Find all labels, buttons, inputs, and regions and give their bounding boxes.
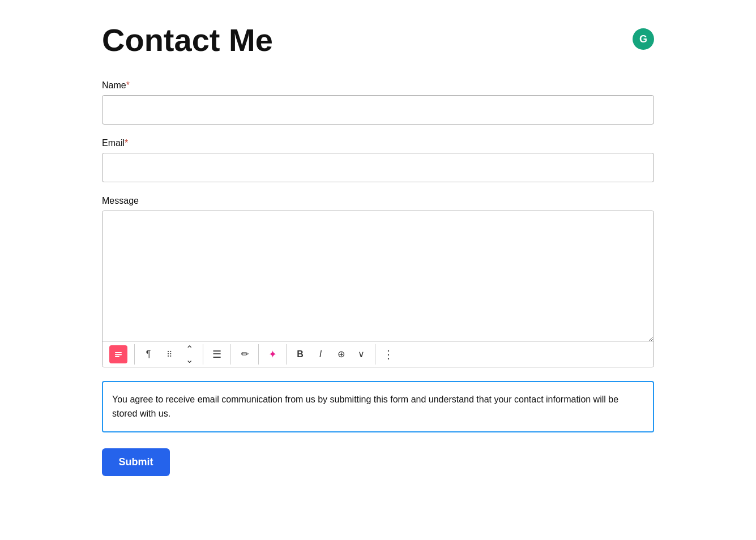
email-label: Email* bbox=[102, 138, 654, 148]
pin-button[interactable]: ✎ bbox=[234, 344, 255, 365]
svg-rect-0 bbox=[115, 352, 122, 353]
link-icon: ⊕ bbox=[338, 349, 345, 359]
pin-icon: ✎ bbox=[238, 348, 251, 361]
message-wrapper: ¶ ⠿ ⌃⌄ ☰ bbox=[102, 211, 654, 367]
italic-icon: I bbox=[319, 349, 322, 359]
link-button[interactable]: ⊕ bbox=[331, 344, 351, 365]
drag-button[interactable]: ⠿ bbox=[159, 344, 179, 365]
drag-icon: ⠿ bbox=[166, 350, 171, 359]
message-field-group: Message bbox=[102, 196, 654, 367]
email-input[interactable] bbox=[102, 153, 654, 182]
toolbar-align-section: ☰ bbox=[203, 344, 231, 365]
align-icon: ☰ bbox=[212, 348, 221, 361]
name-label: Name* bbox=[102, 80, 654, 91]
header-row: Contact Me G bbox=[102, 23, 654, 58]
email-required-star: * bbox=[125, 138, 128, 148]
svg-rect-2 bbox=[115, 356, 119, 357]
chevron-down-icon: ∨ bbox=[358, 349, 365, 359]
move-button[interactable]: ⌃⌄ bbox=[179, 344, 199, 365]
grammarly-avatar[interactable]: G bbox=[633, 28, 654, 50]
toolbar-pin-section: ✎ bbox=[231, 344, 259, 365]
toolbar-paragraph-section: ¶ ⠿ ⌃⌄ bbox=[135, 344, 203, 365]
page-title: Contact Me bbox=[102, 23, 273, 58]
disclosure-text: You agree to receive email communication… bbox=[112, 392, 644, 421]
move-icon: ⌃⌄ bbox=[186, 344, 193, 365]
contact-form: Name* Email* Message bbox=[102, 80, 654, 476]
disclosure-box: You agree to receive email communication… bbox=[102, 381, 654, 432]
name-input[interactable] bbox=[102, 95, 654, 125]
ai-button[interactable]: ✦ bbox=[262, 344, 283, 365]
grammarly-toolbar-icon[interactable] bbox=[109, 345, 127, 363]
toolbar-grammarly-section bbox=[102, 344, 135, 365]
toolbar-ai-section: ✦ bbox=[259, 344, 287, 365]
toolbar-format-section: B I ⊕ ∨ bbox=[287, 344, 375, 365]
svg-rect-1 bbox=[115, 354, 122, 355]
message-textarea[interactable] bbox=[102, 211, 654, 341]
message-toolbar: ¶ ⠿ ⌃⌄ ☰ bbox=[102, 341, 654, 367]
paragraph-button[interactable]: ¶ bbox=[138, 344, 159, 365]
bold-icon: B bbox=[297, 349, 304, 359]
bold-button[interactable]: B bbox=[290, 344, 310, 365]
submit-button[interactable]: Submit bbox=[102, 448, 170, 476]
italic-button[interactable]: I bbox=[310, 344, 331, 365]
sparkle-icon: ✦ bbox=[268, 348, 277, 361]
name-field-group: Name* bbox=[102, 80, 654, 125]
ellipsis-icon: ⋮ bbox=[383, 348, 395, 361]
more-format-button[interactable]: ∨ bbox=[351, 344, 371, 365]
name-required-star: * bbox=[126, 80, 130, 90]
more-options-button[interactable]: ⋮ bbox=[379, 344, 399, 365]
align-button[interactable]: ☰ bbox=[207, 344, 227, 365]
toolbar-more-section: ⋮ bbox=[375, 344, 403, 365]
message-label: Message bbox=[102, 196, 654, 206]
email-field-group: Email* bbox=[102, 138, 654, 182]
page-container: Contact Me G Name* Email* Message bbox=[0, 11, 756, 499]
